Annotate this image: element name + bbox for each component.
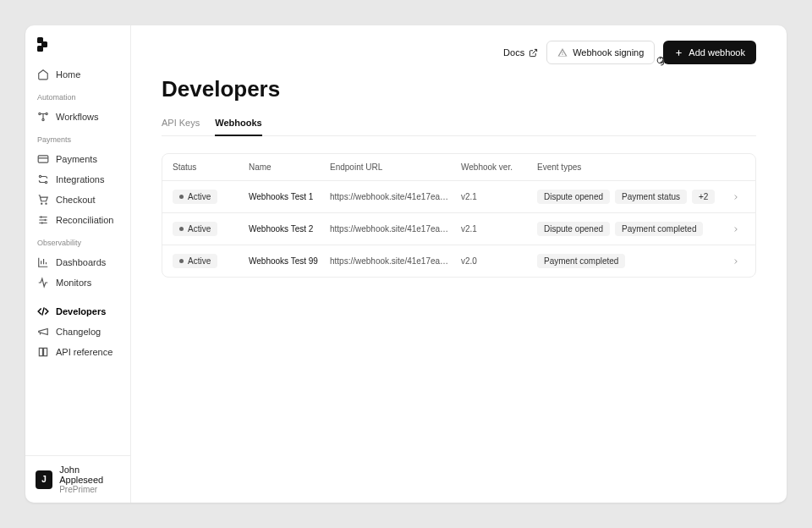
row-chevron xyxy=(732,193,745,201)
nav-home[interactable]: Home xyxy=(25,64,130,85)
sidebar-item-dashboards[interactable]: Dashboards xyxy=(25,252,130,272)
nav-label: Workflows xyxy=(56,112,99,122)
cart-icon xyxy=(37,194,49,206)
user-org: PrePrimer xyxy=(59,485,120,494)
nav-label: Changelog xyxy=(56,327,101,337)
sliders-icon xyxy=(37,214,49,226)
cell-status: Active xyxy=(173,190,240,204)
nav-label: API reference xyxy=(56,347,112,357)
cell-status: Active xyxy=(173,254,240,268)
logo xyxy=(37,37,49,52)
col-events: Event types xyxy=(537,162,723,172)
table-row[interactable]: ActiveWebhooks Test 2https://webhook.sit… xyxy=(162,213,755,245)
nav-label: Monitors xyxy=(56,278,91,288)
tab-webhooks[interactable]: Webhooks xyxy=(215,118,261,136)
user-name: John Appleseed xyxy=(59,465,120,485)
svg-point-4 xyxy=(46,113,47,114)
webhooks-table: Status Name Endpoint URL Webhook ver. Ev… xyxy=(162,153,756,278)
nav-label: Developers xyxy=(56,306,106,316)
main: Docs Webhook signing Add webhook Develop… xyxy=(131,25,787,503)
book-icon xyxy=(37,346,49,358)
nav-section-title: Observability xyxy=(25,239,130,247)
home-icon xyxy=(37,69,49,80)
cell-status: Active xyxy=(173,222,240,236)
svg-rect-6 xyxy=(38,156,48,162)
page-title: Developers xyxy=(162,76,756,102)
cell-url: https://webhook.site/41e17ea4-a... xyxy=(330,256,453,266)
nav-label: Reconciliation xyxy=(56,215,113,225)
integrations-icon xyxy=(37,173,49,185)
nav-label: Payments xyxy=(56,154,97,164)
cell-url: https://webhook.site/41e17ea4-a... xyxy=(330,192,453,201)
event-tag: Payment status xyxy=(615,190,687,204)
user-card[interactable]: J John Appleseed PrePrimer xyxy=(25,455,130,503)
status-badge: Active xyxy=(173,190,217,204)
event-tag: +2 xyxy=(692,190,715,204)
svg-point-10 xyxy=(46,203,47,204)
signing-label: Webhook signing xyxy=(573,47,644,58)
workflows-icon xyxy=(37,111,49,123)
cell-events: Dispute openedPayment completed xyxy=(537,222,723,236)
svg-rect-2 xyxy=(37,46,43,52)
app-window: Home AutomationWorkflowsPaymentsPayments… xyxy=(25,25,787,503)
nav-label: Checkout xyxy=(56,195,95,205)
warning-icon xyxy=(557,47,568,58)
cell-name: Webhooks Test 2 xyxy=(249,224,321,234)
status-dot-icon xyxy=(179,195,184,199)
cell-events: Dispute openedPayment status+2 xyxy=(537,190,723,204)
status-dot-icon xyxy=(179,227,184,231)
sidebar: Home AutomationWorkflowsPaymentsPayments… xyxy=(25,25,131,503)
tab-api-keys[interactable]: API Keys xyxy=(162,118,200,136)
sidebar-item-api-reference[interactable]: API reference xyxy=(25,342,130,362)
avatar: J xyxy=(36,470,52,489)
announce-icon xyxy=(37,326,49,338)
table-row[interactable]: ActiveWebhooks Test 1https://webhook.sit… xyxy=(162,181,755,213)
user-meta: John Appleseed PrePrimer xyxy=(59,465,120,494)
svg-point-3 xyxy=(39,113,41,114)
sidebar-item-monitors[interactable]: Monitors xyxy=(25,272,130,293)
svg-point-8 xyxy=(45,181,47,183)
cell-url: https://webhook.site/41e17ea4-a... xyxy=(330,224,453,234)
col-name: Name xyxy=(249,162,321,172)
nav-section-title: Payments xyxy=(25,135,130,144)
docs-link[interactable]: Docs xyxy=(503,47,538,58)
cell-ver: v2.1 xyxy=(461,224,529,234)
col-status: Status xyxy=(173,162,240,172)
code-icon xyxy=(37,305,49,317)
col-ver: Webhook ver. xyxy=(461,162,529,172)
sidebar-item-workflows[interactable]: Workflows xyxy=(25,107,130,127)
pulse-icon xyxy=(37,277,49,289)
plus-icon xyxy=(674,48,683,58)
sidebar-item-changelog[interactable]: Changelog xyxy=(25,322,130,342)
col-url: Endpoint URL xyxy=(330,162,453,172)
card-icon xyxy=(37,153,49,165)
svg-point-5 xyxy=(42,118,44,120)
add-webhook-button[interactable]: Add webhook xyxy=(663,41,756,64)
external-link-icon xyxy=(529,48,538,58)
sidebar-item-reconciliation[interactable]: Reconciliation xyxy=(25,210,130,230)
cell-events: Payment completed xyxy=(537,254,723,268)
sidebar-item-checkout[interactable]: Checkout xyxy=(25,190,130,210)
sidebar-item-integrations[interactable]: Integrations xyxy=(25,169,130,190)
row-chevron xyxy=(732,257,745,266)
table-row[interactable]: ActiveWebhooks Test 99https://webhook.si… xyxy=(162,245,755,277)
webhook-signing-button[interactable]: Webhook signing xyxy=(546,41,655,64)
status-badge: Active xyxy=(173,254,217,268)
sidebar-item-developers[interactable]: Developers xyxy=(25,301,130,322)
row-chevron xyxy=(732,225,745,234)
event-tag: Dispute opened xyxy=(537,190,610,204)
cell-ver: v2.1 xyxy=(461,192,529,201)
nav-label: Integrations xyxy=(56,174,104,184)
sidebar-item-payments[interactable]: Payments xyxy=(25,149,130,169)
cell-ver: v2.0 xyxy=(461,256,529,266)
cell-name: Webhooks Test 99 xyxy=(249,256,321,266)
event-tag: Payment completed xyxy=(615,222,703,236)
chart-icon xyxy=(37,256,49,268)
svg-point-7 xyxy=(39,175,41,177)
svg-point-9 xyxy=(41,203,42,204)
docs-label: Docs xyxy=(503,47,524,58)
nav-label: Home xyxy=(56,69,80,80)
add-label: Add webhook xyxy=(689,47,745,58)
status-badge: Active xyxy=(173,222,217,236)
event-tag: Dispute opened xyxy=(537,222,610,236)
